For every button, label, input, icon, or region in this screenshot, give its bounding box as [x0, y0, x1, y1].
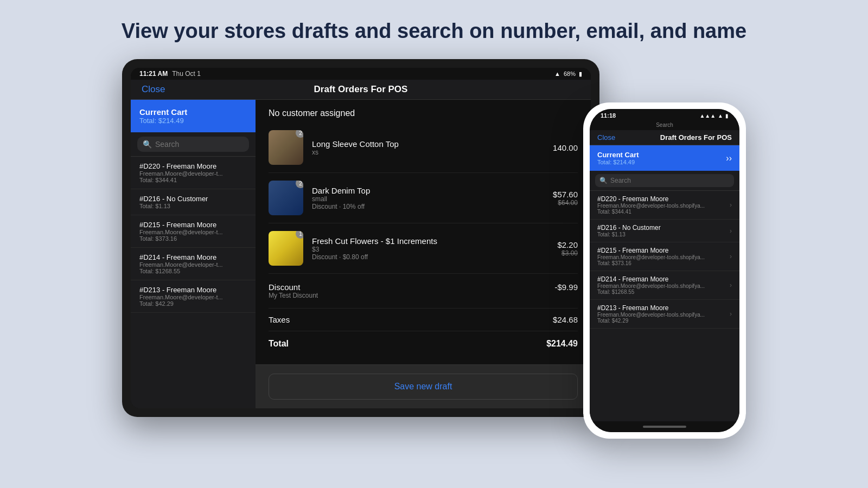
item-price-col: $2.20 $3.00 [557, 240, 578, 257]
phone-sidebar: Current Cart Total: $214.49 › 🔍 [590, 145, 739, 421]
tablet-main: No customer assigned 2 Long Sleeve Cotto… [256, 100, 591, 408]
item-name: Long Sleeve Cotton Top [312, 139, 544, 149]
draft-title: #D220 - Freeman Moore [597, 195, 730, 203]
item-price-col: 140.00 [553, 143, 578, 152]
item-qty-badge: 2 [296, 181, 303, 188]
phone-navbar: Close Draft Orders For POS [590, 130, 739, 145]
save-draft-button[interactable]: Save new draft [269, 374, 578, 400]
no-customer-label: No customer assigned [256, 100, 591, 123]
draft-email: Freeman.Moore@developer-tools.shopifya..… [597, 312, 730, 318]
search-icon: 🔍 [143, 140, 152, 149]
list-item: 2 Dark Denim Top small Discount · 10% of… [269, 173, 578, 223]
draft-email: Freeman.Moore@developer-tools.shopifya..… [597, 203, 730, 209]
tablet-draft-list: #D220 - Freeman Moore Freeman.Moore@deve… [131, 157, 256, 313]
phone-signal-icon: ▲▲▲ [699, 113, 716, 119]
tablet-close-button[interactable]: Close [142, 84, 165, 95]
item-name: Fresh Cut Flowers - $1 Increments [312, 236, 548, 246]
item-original-price: $3.00 [557, 249, 578, 257]
tablet-date: Thu Oct 1 [172, 70, 201, 78]
list-item: 1 Fresh Cut Flowers - $1 Increments $3 D… [269, 223, 578, 274]
list-item[interactable]: #D216 - No Customer Total: $1.13 [131, 189, 256, 215]
draft-email: Freeman.Moore@developer-t... [139, 294, 247, 300]
draft-email: Freeman.Moore@developer-t... [139, 229, 247, 235]
item-thumbnail: 2 [269, 130, 303, 165]
tablet-status-bar: 11:21 AM Thu Oct 1 ▲ 68% ▮ [131, 68, 591, 80]
draft-title: #D214 - Freeman Moore [597, 275, 730, 283]
draft-total: Total: $1.13 [139, 203, 247, 209]
tablet-content: Current Cart Total: $214.49 🔍 #D220 - F [131, 100, 591, 408]
page-title: View your stores drafts and search on nu… [122, 20, 746, 43]
list-item[interactable]: #D213 - Freeman Moore Freeman.Moore@deve… [131, 280, 256, 313]
item-discount-label: Discount · $0.80 off [312, 253, 548, 261]
devices-container: 11:21 AM Thu Oct 1 ▲ 68% ▮ Close Draft O… [0, 59, 868, 439]
order-items-list: 2 Long Sleeve Cotton Top xs 140.00 [256, 123, 591, 364]
draft-total: Total: $42.29 [139, 300, 247, 307]
chevron-right-icon: › [726, 153, 732, 163]
item-variant: small [312, 195, 544, 203]
draft-title: #D216 - No Customer [597, 224, 730, 232]
list-item: 2 Long Sleeve Cotton Top xs 140.00 [269, 123, 578, 173]
battery-label: 68% [564, 70, 576, 77]
phone-wifi-icon: ▲ [718, 113, 723, 119]
total-row: Total $214.49 [269, 331, 578, 356]
battery-icon: ▮ [579, 70, 582, 78]
chevron-right-icon: › [730, 227, 732, 235]
draft-total: Total: $373.16 [597, 260, 730, 266]
draft-total: Total: $1268.55 [597, 289, 730, 295]
item-discount-label: Discount · 10% off [312, 203, 544, 210]
draft-title: #D215 - Freeman Moore [139, 221, 247, 229]
tablet-navbar: Close Draft Orders For POS [131, 80, 591, 100]
list-item[interactable]: #D216 - No Customer Total: $1.13 › [590, 220, 739, 242]
tablet-time: 11:21 AM [139, 70, 168, 78]
phone-cart-total: Total: $214.49 [597, 159, 639, 165]
discount-label: Discount [269, 282, 318, 292]
draft-total: Total: $42.29 [597, 318, 730, 324]
list-item[interactable]: #D215 - Freeman Moore Freeman.Moore@deve… [590, 242, 739, 271]
phone-search-input[interactable] [610, 177, 730, 184]
discount-amount: -$9.99 [554, 282, 578, 292]
phone-close-button[interactable]: Close [597, 133, 615, 142]
total-amount: $214.49 [546, 339, 578, 349]
draft-total: Total: $373.16 [139, 235, 247, 242]
draft-total: Total: $1268.55 [139, 268, 247, 274]
list-item[interactable]: #D220 - Freeman Moore Freeman.Moore@deve… [131, 157, 256, 189]
item-variant: xs [312, 149, 544, 156]
phone-battery-icon: ▮ [725, 113, 729, 119]
list-item[interactable]: #D214 - Freeman Moore Freeman.Moore@deve… [590, 271, 739, 300]
list-item[interactable]: #D213 - Freeman Moore Freeman.Moore@deve… [590, 300, 739, 329]
list-item[interactable]: #D215 - Freeman Moore Freeman.Moore@deve… [131, 215, 256, 248]
tablet-sidebar: Current Cart Total: $214.49 🔍 #D220 - F [131, 100, 256, 408]
draft-total: Total: $1.13 [597, 232, 730, 237]
tablet-search-bar: 🔍 [131, 132, 256, 157]
home-indicator [643, 426, 686, 428]
chevron-right-icon: › [730, 201, 732, 209]
list-item[interactable]: #D214 - Freeman Moore Freeman.Moore@deve… [131, 248, 256, 280]
total-label: Total [269, 339, 289, 349]
draft-title: #D216 - No Customer [139, 195, 247, 203]
draft-title: #D214 - Freeman Moore [139, 253, 247, 261]
phone-search-label: Search [656, 122, 673, 128]
draft-title: #D213 - Freeman Moore [597, 304, 730, 312]
phone-home-bar [590, 421, 739, 432]
taxes-row: Taxes $24.68 [269, 309, 578, 331]
phone-current-cart[interactable]: Current Cart Total: $214.49 › [590, 145, 739, 171]
item-thumbnail: 1 [269, 231, 303, 266]
list-item[interactable]: #D220 - Freeman Moore Freeman.Moore@deve… [590, 191, 739, 220]
tablet-title: Draft Orders For POS [314, 84, 408, 95]
draft-email: Freeman.Moore@developer-t... [139, 261, 247, 268]
phone-cart-title: Current Cart [597, 151, 639, 159]
sidebar-current-cart[interactable]: Current Cart Total: $214.49 [131, 100, 256, 132]
wifi-icon: ▲ [554, 70, 560, 77]
current-cart-title: Current Cart [139, 107, 247, 117]
search-icon: 🔍 [599, 177, 608, 184]
discount-name: My Test Discount [269, 292, 318, 299]
draft-title: #D215 - Freeman Moore [597, 247, 730, 254]
item-details: Long Sleeve Cotton Top xs [312, 139, 544, 156]
taxes-label: Taxes [269, 315, 290, 324]
draft-total: Total: $344.41 [139, 177, 247, 183]
phone-status-icons: ▲▲▲ ▲ ▮ [699, 113, 729, 119]
chevron-right-icon: › [730, 281, 732, 289]
draft-total: Total: $344.41 [597, 209, 730, 215]
item-details: Fresh Cut Flowers - $1 Increments $3 Dis… [312, 236, 548, 261]
search-input[interactable] [155, 140, 244, 149]
